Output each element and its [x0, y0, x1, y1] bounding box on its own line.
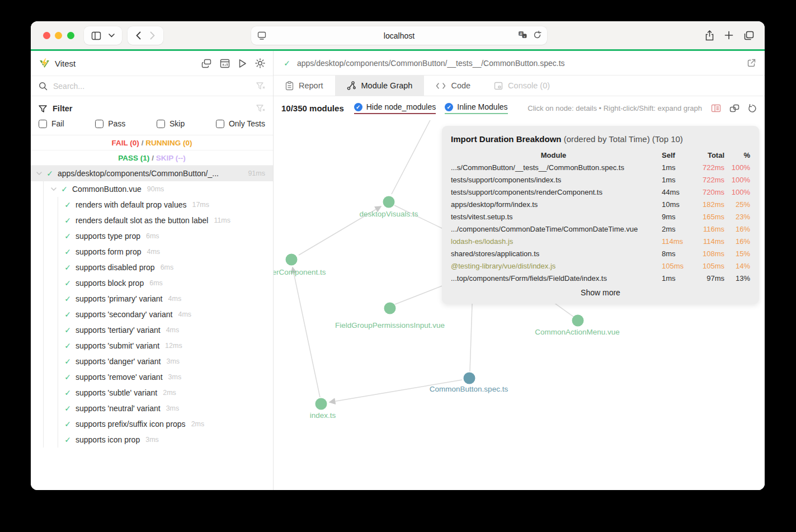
tab-console[interactable]: Console (0): [482, 76, 562, 96]
browser-toolbar: localhost Ax: [31, 21, 765, 49]
node-details-toggle-icon[interactable]: [711, 104, 721, 112]
hide-node-modules-toggle[interactable]: ✓ Hide node_modules: [354, 102, 436, 114]
checkbox-label: Fail: [51, 119, 64, 128]
test-row[interactable]: ✓ supports 'danger' variant 3ms: [31, 354, 273, 369]
test-row[interactable]: ✓ supports 'secondary' variant 4ms: [31, 307, 273, 322]
filter-checkbox[interactable]: Only Tests: [216, 119, 265, 128]
checkbox-box[interactable]: [216, 120, 224, 128]
self-time: 1ms: [656, 272, 687, 284]
pass-check-icon: ✓: [63, 373, 72, 382]
test-row[interactable]: ✓ supports form prop 4ms: [31, 244, 273, 260]
graph-node-field-group[interactable]: [384, 303, 396, 314]
self-time: 9ms: [656, 210, 687, 223]
module-name[interactable]: apps/desktop/form/index.ts: [451, 198, 656, 210]
test-row[interactable]: ✓ supports 'submit' variant 12ms: [31, 338, 273, 354]
percent: 14%: [724, 260, 750, 272]
tab-module-graph[interactable]: Module Graph: [335, 76, 425, 96]
total-time: 722ms: [687, 161, 724, 173]
column-total: Total: [687, 149, 724, 161]
test-row[interactable]: ✓ supports 'remove' variant 3ms: [31, 369, 273, 385]
clear-search-filter-icon[interactable]: [256, 82, 265, 90]
table-row: apps/desktop/form/index.ts 10ms 182ms 25…: [451, 198, 750, 210]
graph-node-common-button-spec[interactable]: [464, 373, 475, 384]
checkbox-box[interactable]: [95, 120, 103, 128]
module-name[interactable]: lodash-es/lodash.js: [451, 235, 656, 247]
test-row[interactable]: ✓ supports type prop 6ms: [31, 228, 273, 244]
link-modules-icon[interactable]: [729, 104, 740, 112]
module-name[interactable]: shared/stores/application.ts: [451, 247, 656, 260]
test-row[interactable]: ✓ renders with default prop values 17ms: [31, 197, 273, 213]
translate-icon[interactable]: Ax: [518, 31, 527, 39]
graph-node-index[interactable]: [315, 398, 327, 410]
graph-node-render-component[interactable]: [286, 254, 298, 266]
chevron-down-icon[interactable]: [51, 187, 56, 191]
clear-filters-icon[interactable]: [256, 105, 265, 112]
graph-node-desktop-visuals[interactable]: [383, 196, 395, 208]
test-row[interactable]: ✓ supports icon prop 3ms: [31, 432, 273, 448]
panel-title: Import Duration Breakdown: [451, 134, 562, 144]
test-row[interactable]: ✓ supports block prop 6ms: [31, 275, 273, 291]
dashboard-icon[interactable]: [220, 59, 230, 68]
total-time: 116ms: [687, 223, 724, 235]
import-duration-panel: Import Duration Breakdown (ordered by To…: [442, 126, 759, 304]
checkbox-box[interactable]: [157, 120, 165, 128]
test-row[interactable]: ✓ supports disabled prop 6ms: [31, 260, 273, 275]
minimize-window-button[interactable]: [55, 32, 62, 39]
module-name[interactable]: tests/vitest.setup.ts: [451, 210, 656, 223]
collapse-panels-icon[interactable]: [201, 59, 211, 68]
page-format-icon[interactable]: [257, 31, 266, 40]
tree-item-spec-file[interactable]: ✓ apps/desktop/components/CommonButton/_…: [31, 166, 273, 181]
search-input[interactable]: [53, 82, 251, 91]
pass-count: PASS (1): [118, 154, 149, 162]
back-button[interactable]: [136, 31, 141, 40]
chevron-down-icon[interactable]: [36, 172, 42, 175]
close-window-button[interactable]: [43, 32, 50, 39]
module-name[interactable]: tests/support/components/index.ts: [451, 173, 656, 186]
total-time: 182ms: [687, 198, 724, 210]
checked-checkbox-icon[interactable]: ✓: [445, 103, 453, 111]
forward-button[interactable]: [150, 31, 155, 40]
module-name[interactable]: .../components/CommonDateTime/CommonDate…: [451, 223, 656, 235]
address-bar[interactable]: localhost Ax: [251, 26, 547, 45]
sidebar-toggle-icon[interactable]: [91, 31, 101, 40]
run-all-icon[interactable]: [238, 59, 247, 68]
checkbox-box[interactable]: [39, 120, 47, 128]
chevron-down-icon[interactable]: [109, 34, 115, 37]
table-row: ...top/components/Form/fields/FieldDate/…: [451, 272, 750, 284]
zoom-window-button[interactable]: [67, 32, 74, 39]
table-row: ...s/CommonButton/__tests__/CommonButton…: [451, 161, 750, 173]
test-row[interactable]: ✓ supports 'tertiary' variant 4ms: [31, 322, 273, 338]
total-time: 114ms: [687, 235, 724, 247]
share-icon[interactable]: [702, 29, 717, 42]
module-name[interactable]: tests/support/components/renderComponent…: [451, 186, 656, 198]
self-time: 10ms: [656, 198, 687, 210]
module-name[interactable]: ...top/components/Form/fields/FieldDate/…: [451, 272, 656, 284]
filter-checkbox[interactable]: Pass: [95, 119, 125, 128]
open-external-icon[interactable]: [747, 59, 756, 67]
filter-checkbox[interactable]: Fail: [39, 119, 64, 128]
tab-overview-icon[interactable]: [742, 29, 756, 42]
checked-checkbox-icon[interactable]: ✓: [354, 103, 362, 111]
reset-graph-icon[interactable]: [748, 104, 757, 113]
inline-modules-toggle[interactable]: ✓ Inline Modules: [445, 102, 507, 114]
test-row[interactable]: ✓ supports 'neutral' variant 3ms: [31, 401, 273, 416]
filter-checkbox[interactable]: Skip: [157, 119, 185, 128]
module-name[interactable]: @testing-library/vue/dist/index.js: [451, 260, 656, 272]
tree-item-suite[interactable]: ✓ CommonButton.vue 90ms: [31, 181, 273, 197]
module-name[interactable]: ...s/CommonButton/__tests__/CommonButton…: [451, 161, 656, 173]
percent: 15%: [724, 247, 750, 260]
module-graph-canvas[interactable]: desktopVisuals.ts renderComponent.ts Fie…: [274, 120, 765, 490]
tab-report[interactable]: Report: [274, 76, 335, 96]
new-tab-icon[interactable]: [722, 29, 736, 42]
reload-icon[interactable]: [533, 31, 541, 39]
table-row: shared/stores/application.ts 8ms 108ms 1…: [451, 247, 750, 260]
test-row[interactable]: ✓ supports prefix/suffix icon props 2ms: [31, 416, 273, 432]
test-row[interactable]: ✓ supports 'primary' variant 4ms: [31, 291, 273, 307]
test-row[interactable]: ✓ renders default slot as the button lab…: [31, 213, 273, 228]
graph-node-common-action-menu[interactable]: [572, 315, 584, 327]
theme-toggle-icon[interactable]: [255, 58, 265, 68]
pass-check-icon: ✓: [60, 185, 69, 194]
test-row[interactable]: ✓ supports 'subtle' variant 2ms: [31, 385, 273, 401]
tab-code[interactable]: Code: [424, 76, 482, 96]
show-more-button[interactable]: Show more: [451, 286, 750, 299]
